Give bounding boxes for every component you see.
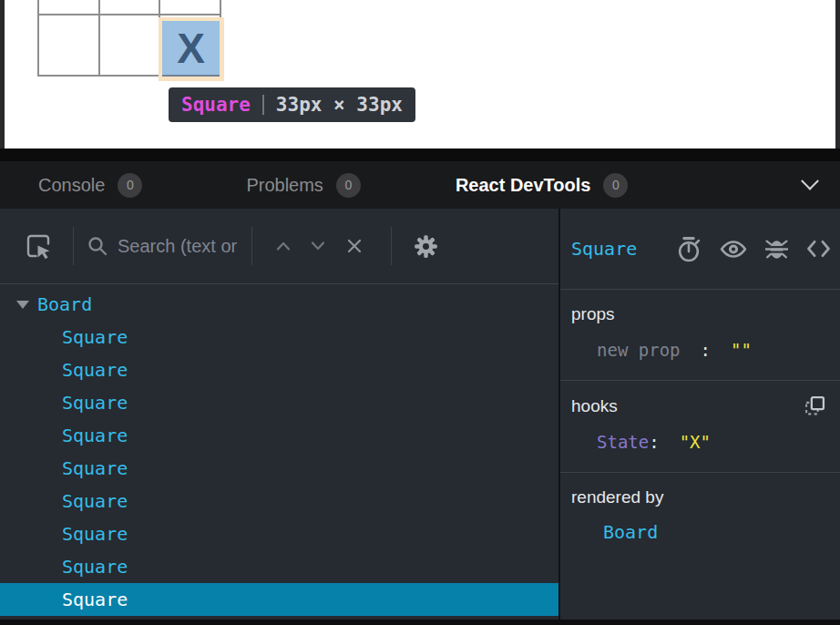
toolbar-separator (73, 227, 74, 265)
new-prop-value-input[interactable]: "" (731, 340, 752, 360)
devtools-top-edge (0, 149, 840, 161)
tree-item-label: Board (37, 293, 92, 315)
settings-gear-icon[interactable] (414, 234, 438, 259)
tree-item-square[interactable]: Square (0, 485, 558, 517)
console-count-badge: 0 (118, 173, 142, 198)
board-grid-line (98, 0, 100, 77)
tooltip-component-name: Square (181, 94, 251, 116)
new-prop-input[interactable]: new prop (597, 340, 681, 360)
log-component-bug-icon[interactable] (765, 237, 788, 261)
inspect-dom-eye-icon[interactable] (720, 239, 747, 260)
tab-problems[interactable]: Problems 0 (246, 173, 360, 198)
component-inspector-panel: Square (560, 209, 840, 620)
selected-component-title: Square (571, 238, 637, 260)
window-bottom-edge (0, 620, 840, 625)
tab-console[interactable]: Console 0 (38, 173, 142, 198)
search-input[interactable]: Search (text or (118, 236, 237, 257)
inspect-dimensions-tooltip: Square 33px × 33px (169, 87, 415, 122)
tree-item-square[interactable]: Square (0, 353, 558, 386)
square-value: X (177, 27, 205, 69)
components-tree-panel: Search (text or (0, 209, 558, 620)
hooks-header: hooks (571, 396, 618, 416)
tree-item-square-selected[interactable]: Square (0, 583, 558, 616)
board-grid-line (37, 14, 221, 15)
board-grid-line (162, 75, 220, 77)
inspected-page: X Square 33px × 33px (0, 0, 840, 149)
rendered-by-section: rendered by Board (560, 473, 840, 563)
tree-item-square[interactable]: Square (0, 452, 558, 485)
toolbar-separator (251, 227, 252, 265)
rendered-by-board-link[interactable]: Board (571, 521, 829, 543)
search-previous-icon[interactable] (274, 239, 292, 253)
react-devtools-panel: Search (text or (0, 209, 840, 620)
parse-hook-names-icon[interactable] (804, 395, 825, 416)
hook-value[interactable]: "X" (680, 432, 711, 452)
tree-item-square[interactable]: Square (0, 550, 558, 583)
devtools-window: X Square 33px × 33px Console 0 Problems … (0, 0, 840, 625)
tree-item-square[interactable]: Square (0, 386, 558, 419)
tooltip-dimensions: 33px × 33px (276, 94, 403, 116)
tooltip-divider (262, 95, 264, 115)
toolbar-separator (391, 227, 392, 265)
inspector-toolbar: Square (560, 209, 840, 290)
search-icon (87, 235, 108, 257)
tab-react-devtools[interactable]: React DevTools 0 (456, 173, 629, 198)
window-edge-left (0, 0, 5, 149)
components-toolbar: Search (text or (0, 209, 558, 284)
react-devtools-count-badge: 0 (603, 173, 628, 198)
expander-triangle-icon[interactable] (16, 301, 29, 309)
state-hook-row[interactable]: State: "X" (571, 432, 829, 452)
suspense-stopwatch-icon[interactable] (676, 236, 702, 262)
tree-item-square[interactable]: Square (0, 419, 558, 452)
tree-item-square[interactable]: Square (0, 321, 558, 353)
view-source-icon[interactable] (806, 239, 831, 259)
chevron-down-icon[interactable] (801, 172, 819, 190)
new-prop-row[interactable]: new prop : "" (571, 340, 829, 360)
component-tree: Board Square Square Square Square Square… (0, 284, 558, 620)
tree-item-board[interactable]: Board (0, 288, 558, 321)
hook-name: State (597, 432, 649, 452)
inspected-square-button[interactable]: X (162, 21, 220, 76)
rendered-by-header: rendered by (571, 487, 829, 507)
hooks-section: hooks State: "X" (560, 381, 840, 473)
board-grid-line (37, 0, 39, 77)
inspect-element-icon[interactable] (24, 231, 53, 261)
problems-count-badge: 0 (336, 173, 361, 198)
tree-item-square[interactable]: Square (0, 517, 558, 550)
clear-search-icon[interactable] (345, 237, 364, 255)
props-header: props (571, 304, 829, 324)
props-section: props new prop : "" (560, 290, 840, 381)
search-next-icon[interactable] (309, 239, 327, 253)
window-edge-right (835, 0, 840, 149)
drawer-tabbar: Console 0 Problems 0 React DevTools 0 (0, 161, 840, 209)
